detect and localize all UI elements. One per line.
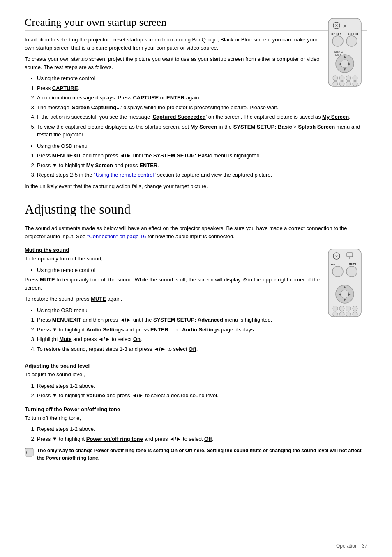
- svg-text:FREEZE: FREEZE: [330, 263, 339, 266]
- note-box: i The only way to change Power on/off ri…: [25, 447, 367, 465]
- subsection2-intro: To adjust the sound level,: [25, 371, 367, 379]
- svg-point-23: [346, 81, 351, 86]
- subsection1-osd-step2: Press ▼ to highlight Audio Settings and …: [37, 326, 367, 334]
- svg-point-24: [353, 81, 357, 86]
- svg-text:►: ►: [348, 62, 352, 66]
- svg-point-46: [339, 312, 344, 317]
- subsection-muting: FREEZE MUTE ▲ ▼ ◄ ►: [25, 247, 367, 356]
- svg-text:▼: ▼: [343, 297, 347, 302]
- subsection3-step1: Repeat steps 1-2 above.: [37, 425, 367, 433]
- page-footer: Operation 37: [336, 543, 367, 549]
- section1-osd-step2: Press ▼ to highlight My Screen and press…: [37, 161, 367, 170]
- section1-osd-bullet: Using the OSD menu: [37, 142, 367, 150]
- svg-point-17: [333, 76, 338, 81]
- svg-text:▼: ▼: [343, 67, 347, 71]
- svg-point-21: [333, 81, 338, 86]
- subsection-ring-tone: Turning off the Power on/off ring tone T…: [25, 406, 367, 443]
- svg-text:↗: ↗: [343, 24, 346, 29]
- footer-label: Operation: [336, 543, 358, 549]
- subsection2-step1: Repeat steps 1-2 above.: [37, 382, 367, 390]
- section1-intro1: In addition to selecting the projector p…: [25, 36, 367, 52]
- svg-point-42: [339, 306, 344, 311]
- subsection3-title: Turning off the Power on/off ring tone: [25, 406, 367, 412]
- section1-osd-step1: Press MENU/EXIT and then press ◄/► until…: [37, 152, 367, 160]
- note-icon: i: [25, 448, 34, 459]
- subsection3-intro: To turn off the ring tone,: [25, 414, 367, 422]
- section1-remote-bullet-list: Using the remote control: [37, 74, 367, 83]
- subsection1-remote-bullet: Using the remote control: [37, 266, 367, 274]
- subsection1-osd-steps: Press MENU/EXIT and then press ◄/► until…: [37, 316, 367, 353]
- section1-step2: A confirmation message displays. Press C…: [37, 94, 367, 102]
- section1-intro2: To create your own startup screen, proje…: [25, 55, 367, 71]
- subsection1-osd-step4: To restore the sound, repeat steps 1-3 a…: [37, 345, 367, 353]
- section1-title: Creating your own startup screen: [25, 16, 367, 31]
- subsection1-restore-text: To restore the sound, press MUTE again.: [25, 295, 367, 303]
- subsection1-intro: To temporarily turn off the sound,: [25, 255, 367, 263]
- svg-text:►: ►: [348, 292, 352, 297]
- section1-osd-step3: Repeat steps 2-5 in the "Using the remot…: [37, 171, 367, 179]
- section1-osd-note: In the unlikely event that the capturing…: [25, 182, 367, 191]
- section1-remote-steps: Press CAPTURE. A confirmation message di…: [37, 84, 367, 139]
- svg-text:◄: ◄: [338, 292, 342, 297]
- subsection1-osd-bullet-list: Using the OSD menu: [37, 306, 367, 315]
- svg-point-8: [346, 36, 357, 46]
- subsection1-remote-bullet-list: Using the remote control: [37, 266, 367, 274]
- svg-text:MENU/: MENU/: [334, 50, 343, 53]
- svg-text:CAPTURE: CAPTURE: [330, 32, 343, 35]
- svg-text:▲: ▲: [343, 285, 347, 289]
- subsection1-osd-bullet: Using the OSD menu: [37, 306, 367, 315]
- subsection2-title: Adjusting the sound level: [25, 363, 367, 369]
- section1-step4: If the action is successful, you see the…: [37, 113, 367, 121]
- section-creating-startup: ↗ CAPTURE ASPECT MENU/ EXIT ▲ ▼ ◄ ►: [25, 16, 367, 193]
- svg-text:MUTE: MUTE: [349, 263, 357, 266]
- svg-text:▲: ▲: [343, 54, 347, 59]
- svg-point-33: [332, 266, 343, 277]
- subsection1-osd-step1: Press MENU/EXIT and then press ◄/► until…: [37, 316, 367, 324]
- svg-point-22: [339, 81, 344, 86]
- svg-text:◄: ◄: [338, 62, 342, 66]
- svg-point-48: [353, 312, 357, 317]
- section1-osd-bullet-list: Using the OSD menu: [37, 142, 367, 150]
- section1-remote-bullet: Using the remote control: [37, 74, 367, 83]
- svg-point-44: [353, 306, 357, 311]
- section2-intro: The sound adjustments made as below will…: [25, 224, 367, 240]
- subsection-sound-level: Adjusting the sound level To adjust the …: [25, 363, 367, 400]
- svg-point-18: [339, 76, 344, 81]
- subsection1-remote-text: Press MUTE to temporarily turn off the s…: [25, 276, 367, 292]
- svg-text:ASPECT: ASPECT: [348, 32, 358, 35]
- svg-point-34: [346, 266, 357, 277]
- section1-step5: To view the captured picture displayed a…: [37, 123, 367, 139]
- section1-step3: The message 'Screen Capturing...' displa…: [37, 104, 367, 112]
- svg-point-20: [353, 76, 357, 81]
- subsection1-title: Muting the sound: [25, 247, 367, 253]
- svg-point-7: [332, 36, 343, 46]
- section1-osd-steps: Press MENU/EXIT and then press ◄/► until…: [37, 152, 367, 179]
- subsection3-step2: Press ▼ to highlight Power on/off ring t…: [37, 435, 367, 443]
- section2-title: Adjusting the sound: [25, 202, 367, 219]
- section-adjusting-sound: Adjusting the sound The sound adjustment…: [25, 202, 367, 465]
- remote-image-mid: FREEZE MUTE ▲ ▼ ◄ ►: [326, 247, 367, 320]
- subsection2-steps: Repeat steps 1-2 above. Press ▼ to highl…: [37, 382, 367, 400]
- subsection1-osd-step3: Highlight Mute and press ◄/► to select O…: [37, 335, 367, 343]
- note-text: The only way to change Power on/off ring…: [37, 447, 367, 462]
- svg-point-43: [346, 306, 351, 311]
- footer-page-number: 37: [362, 543, 367, 549]
- section1-step1: Press CAPTURE.: [37, 84, 367, 92]
- subsection3-steps: Repeat steps 1-2 above. Press ▼ to highl…: [37, 425, 367, 443]
- svg-point-47: [346, 312, 351, 317]
- svg-point-45: [333, 312, 338, 317]
- remote-image-top: ↗ CAPTURE ASPECT MENU/ EXIT ▲ ▼ ◄ ►: [326, 16, 367, 90]
- svg-point-41: [333, 306, 338, 311]
- subsection2-step2: Press ▼ to highlight Volume and press ◄/…: [37, 391, 367, 400]
- svg-point-19: [346, 76, 351, 81]
